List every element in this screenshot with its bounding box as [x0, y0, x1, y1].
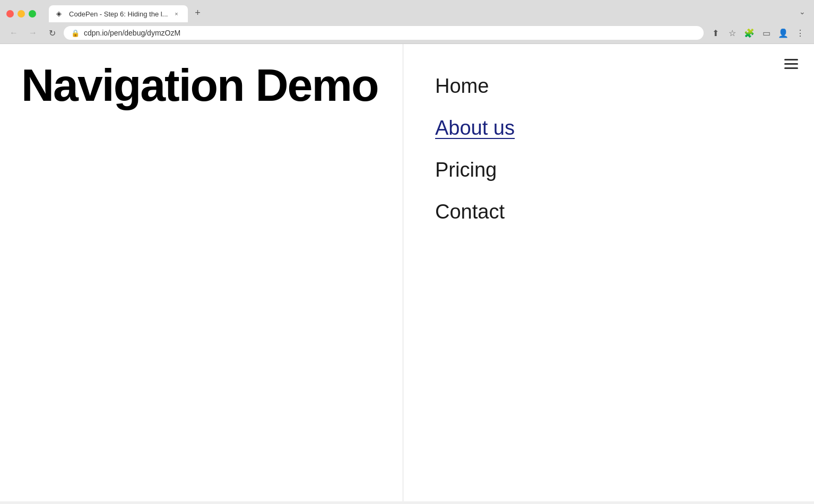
share-button[interactable]: ⬆ — [708, 25, 723, 40]
new-tab-button[interactable]: + — [190, 5, 205, 20]
minimize-button[interactable] — [18, 10, 25, 18]
tab-title: CodePen - Step 6: Hiding the l... — [69, 10, 168, 18]
lock-icon: 🔒 — [71, 29, 80, 37]
nav-links: HomeAbout usPricingContact — [435, 65, 782, 233]
tab-favicon-icon: ◈ — [56, 10, 65, 18]
address-bar: ← → ↻ 🔒 cdpn.io/pen/debug/dymzOzM ⬆ ☆ 🧩 … — [0, 22, 814, 44]
more-button[interactable]: ⋮ — [793, 25, 808, 40]
hamburger-menu-button[interactable] — [784, 59, 798, 69]
url-text: cdpn.io/pen/debug/dymzOzM — [84, 29, 180, 37]
url-bar[interactable]: 🔒 cdpn.io/pen/debug/dymzOzM — [64, 26, 704, 40]
tab-close-button[interactable]: × — [172, 10, 180, 18]
bookmark-button[interactable]: ☆ — [725, 25, 740, 40]
maximize-button[interactable] — [29, 10, 36, 18]
forward-button[interactable]: → — [25, 25, 40, 40]
page-content: Navigation Demo HomeAbout usPricingConta… — [0, 44, 814, 501]
hamburger-line-3 — [784, 67, 798, 69]
reload-button[interactable]: ↻ — [45, 25, 59, 40]
nav-link-contact[interactable]: Contact — [435, 191, 782, 233]
page-heading: Navigation Demo — [21, 60, 378, 110]
close-button[interactable] — [6, 10, 14, 18]
sidebar-button[interactable]: ▭ — [759, 25, 774, 40]
browser-chrome: ◈ CodePen - Step 6: Hiding the l... × + … — [0, 0, 814, 44]
title-bar: ◈ CodePen - Step 6: Hiding the l... × + … — [0, 0, 814, 22]
hamburger-line-2 — [784, 63, 798, 65]
left-panel: Navigation Demo — [0, 44, 403, 501]
browser-tab[interactable]: ◈ CodePen - Step 6: Hiding the l... × — [49, 5, 188, 22]
nav-link-home[interactable]: Home — [435, 65, 782, 107]
nav-link-pricing[interactable]: Pricing — [435, 149, 782, 191]
profile-button[interactable]: 👤 — [776, 25, 791, 40]
extensions-button[interactable]: 🧩 — [742, 25, 757, 40]
back-button[interactable]: ← — [6, 25, 21, 40]
toolbar-icons: ⬆ ☆ 🧩 ▭ 👤 ⋮ — [708, 25, 808, 40]
right-panel: HomeAbout usPricingContact — [403, 44, 814, 501]
traffic-lights — [6, 10, 36, 18]
nav-link-about-us[interactable]: About us — [435, 107, 782, 149]
tab-chevron-icon[interactable]: ⌄ — [799, 7, 806, 16]
tab-bar: ◈ CodePen - Step 6: Hiding the l... × + — [49, 5, 795, 22]
hamburger-line-1 — [784, 59, 798, 60]
